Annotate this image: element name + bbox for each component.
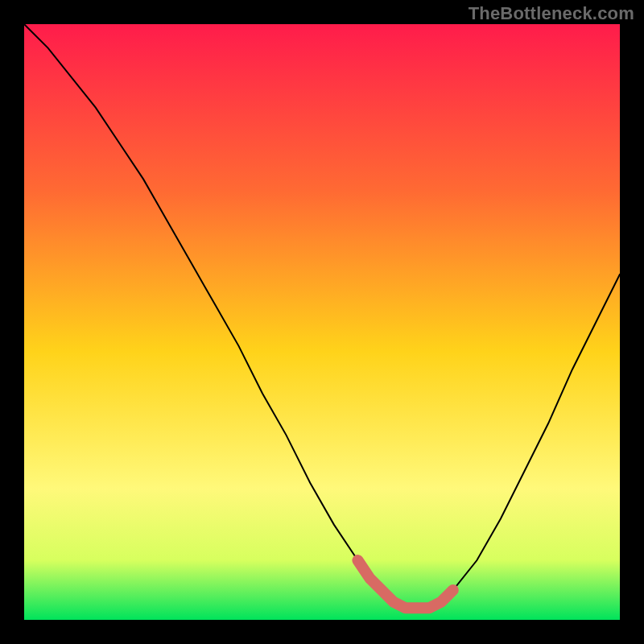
gradient-background <box>24 24 620 620</box>
bottleneck-chart <box>24 24 620 620</box>
chart-frame: TheBottleneck.com <box>0 0 644 644</box>
plot-area <box>24 24 620 620</box>
watermark-text: TheBottleneck.com <box>469 3 634 24</box>
